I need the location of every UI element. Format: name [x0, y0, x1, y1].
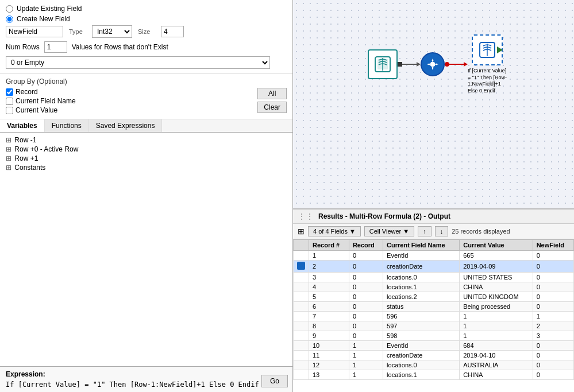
- node-output[interactable]: If [Current Value] = "1" Then [Row- 1:Ne…: [468, 34, 507, 95]
- table-cell: 1: [349, 351, 383, 360]
- results-header: ⋮⋮ Results - Multi-Row Formula (2) - Out…: [293, 209, 574, 224]
- table-cell: 1: [349, 370, 383, 380]
- table-row[interactable]: 40locations.1CHINA0: [294, 282, 574, 292]
- table-row[interactable]: 101EventId6840: [294, 341, 574, 351]
- clear-button[interactable]: Clear: [257, 102, 287, 113]
- table-row[interactable]: 60statusBeing processed0: [294, 302, 574, 312]
- table-cell: 11: [309, 351, 349, 360]
- expand-icon-row-plus1: ⊞: [6, 154, 11, 162]
- table-cell: 0: [533, 273, 573, 282]
- tab-saved-expressions[interactable]: Saved Expressions: [89, 119, 163, 132]
- table-cell: AUSTRALIA: [460, 360, 533, 370]
- sort-desc-button[interactable]: ↓: [435, 226, 449, 236]
- tree-row-minus1[interactable]: ⊞ Row -1: [6, 136, 287, 144]
- table-cell: 684: [460, 341, 533, 351]
- node-input-box[interactable]: [368, 49, 398, 79]
- row-indicator-cell: [294, 251, 309, 261]
- viewer-button[interactable]: Cell Viewer ▼: [364, 226, 414, 236]
- table-row[interactable]: 121locations.0AUSTRALIA0: [294, 360, 574, 370]
- table-cell: 5: [309, 292, 349, 302]
- node-process[interactable]: [421, 52, 445, 76]
- table-cell: 1: [460, 312, 533, 321]
- record-checkbox[interactable]: [6, 88, 13, 96]
- table-cell: 7: [309, 312, 349, 321]
- table-cell: 2: [309, 261, 349, 273]
- results-title: Results - Multi-Row Formula (2) - Output: [318, 212, 450, 220]
- expression-text: If [Current Value] = "1" Then [Row-1:New…: [6, 381, 287, 389]
- create-new-label: Create New Field: [17, 15, 70, 23]
- table-row[interactable]: 30locations.0UNITED STATES0: [294, 273, 574, 282]
- table-cell: Being processed: [460, 302, 533, 312]
- tree-row-active[interactable]: ⊞ Row +0 - Active Row: [6, 145, 287, 153]
- num-rows-input[interactable]: 1: [44, 41, 67, 53]
- table-cell: 0: [349, 282, 383, 292]
- values-select[interactable]: 0 or Empty Null: [6, 56, 270, 69]
- col-new-field[interactable]: NewField: [533, 240, 573, 251]
- table-row[interactable]: 7059611: [294, 312, 574, 321]
- go-button[interactable]: Go: [261, 375, 288, 387]
- current-field-name-checkbox[interactable]: [6, 98, 13, 105]
- current-value-checkbox[interactable]: [6, 107, 13, 114]
- table-cell: 0: [349, 302, 383, 312]
- table-row[interactable]: 10EventId6650: [294, 251, 574, 261]
- tab-functions[interactable]: Functions: [45, 119, 89, 132]
- results-table-body: 10EventId665020creationDate2019-04-09030…: [294, 251, 574, 380]
- table-row[interactable]: 50locations.2UNITED KINGDOM0: [294, 292, 574, 302]
- table-cell: locations.1: [383, 282, 460, 292]
- table-cell: locations.1: [383, 370, 460, 380]
- table-cell: 0: [533, 251, 573, 261]
- table-row[interactable]: 111creationDate2019-04-100: [294, 351, 574, 360]
- table-row[interactable]: 8059712: [294, 321, 574, 331]
- row-indicator-cell: [294, 331, 309, 341]
- update-existing-radio[interactable]: [6, 5, 13, 13]
- process-node-circle[interactable]: [421, 52, 445, 76]
- expression-label: Expression:: [6, 370, 287, 378]
- tree-constants[interactable]: ⊞ Constants: [6, 164, 287, 172]
- table-row[interactable]: 9059813: [294, 331, 574, 341]
- sort-asc-button[interactable]: ↑: [418, 226, 432, 236]
- fields-count-button[interactable]: 4 of 4 Fields ▼: [308, 226, 361, 236]
- node-input[interactable]: [368, 49, 398, 79]
- book-icon: [373, 55, 392, 74]
- connector-dot-2: [445, 62, 449, 67]
- table-cell: locations.2: [383, 292, 460, 302]
- field-name-input[interactable]: NewField: [6, 26, 63, 37]
- tree-row-plus1[interactable]: ⊞ Row +1: [6, 154, 287, 162]
- output-book-icon: [477, 40, 497, 60]
- table-cell: 1: [460, 331, 533, 341]
- table-cell: 1: [309, 251, 349, 261]
- drag-handle-icon[interactable]: ⋮⋮: [298, 212, 314, 221]
- record-checkbox-label: Record: [16, 88, 38, 96]
- table-cell: 0: [533, 282, 573, 292]
- table-cell: CHINA: [460, 370, 533, 380]
- col-record[interactable]: Record: [349, 240, 383, 251]
- results-table-wrapper[interactable]: Record # Record Current Field Name Curre…: [293, 239, 574, 392]
- size-input[interactable]: 4: [161, 26, 184, 37]
- connector-1: [398, 62, 421, 67]
- table-cell: 2019-04-09: [460, 261, 533, 273]
- gear-icon: [426, 57, 440, 71]
- table-cell: 13: [309, 370, 349, 380]
- connector-line-2: [449, 64, 464, 65]
- table-cell: 1: [349, 360, 383, 370]
- table-row[interactable]: 131locations.1CHINA0: [294, 370, 574, 380]
- type-select[interactable]: Int32 String Double: [92, 25, 132, 38]
- create-new-radio[interactable]: [6, 15, 13, 23]
- values-label: Values for Rows that don't Exist: [72, 43, 168, 51]
- table-cell: 4: [309, 282, 349, 292]
- dropdown-icon: ▼: [349, 228, 356, 235]
- col-record-num[interactable]: Record #: [309, 240, 349, 251]
- workflow-container: If [Current Value] = "1" Then [Row- 1:Ne…: [368, 34, 507, 95]
- all-button[interactable]: All: [257, 88, 287, 99]
- col-current-value[interactable]: Current Value: [460, 240, 533, 251]
- table-row[interactable]: 20creationDate2019-04-090: [294, 261, 574, 273]
- table-cell: 0: [533, 302, 573, 312]
- node-output-box[interactable]: [472, 34, 503, 65]
- table-cell: 10: [309, 341, 349, 351]
- table-cell: 0: [533, 360, 573, 370]
- records-count: 25 records displayed: [452, 228, 510, 235]
- col-current-field-name[interactable]: Current Field Name: [383, 240, 460, 251]
- table-cell: 0: [349, 331, 383, 341]
- row-indicator-cell: [294, 273, 309, 282]
- tab-variables[interactable]: Variables: [0, 119, 45, 132]
